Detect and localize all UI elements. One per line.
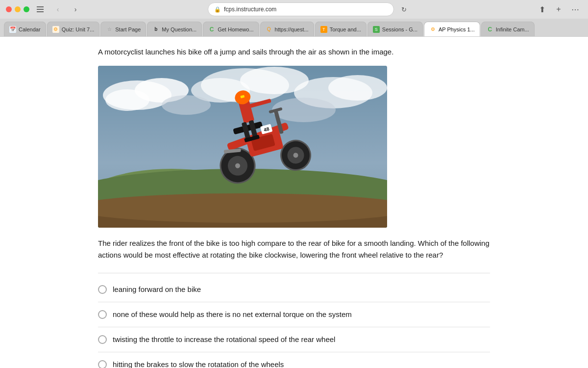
tab-gethomework[interactable]: C Get Homewo... [203, 22, 259, 36]
content-area: A motorcyclist launches his bike off a j… [0, 37, 588, 368]
tab-infinite-label: Infinite Cam... [496, 26, 529, 32]
extensions-button[interactable]: ⋯ [568, 2, 582, 16]
tab-quiz[interactable]: ⚙ Quiz: Unit 7... [47, 22, 100, 36]
svg-rect-1 [37, 9, 44, 10]
orangeq-favicon: Q [266, 26, 272, 33]
close-button[interactable] [6, 6, 12, 12]
tab-quiz-label: Quiz: Unit 7... [62, 26, 95, 32]
tab-apphysics[interactable]: ⚙ AP Physics 1... [424, 22, 480, 36]
radio-a[interactable] [98, 285, 107, 294]
tab-sessions-label: Sessions - G... [382, 26, 417, 32]
svg-rect-0 [37, 6, 44, 7]
svg-point-6 [105, 89, 149, 111]
address-text: fcps.instructure.com [224, 6, 388, 13]
tab-myquestion-label: My Question... [162, 26, 196, 32]
choice-c[interactable]: twisting the throttle to increase the ro… [98, 327, 490, 352]
star-favicon: ☆ [106, 26, 113, 33]
tab-sessions[interactable]: S Sessions - G... [368, 22, 423, 36]
forward-button[interactable]: › [69, 2, 82, 16]
tab-infinite[interactable]: C Infinite Cam... [481, 22, 535, 36]
radio-c[interactable] [98, 335, 107, 344]
new-tab-button[interactable]: + [552, 2, 565, 16]
back-button[interactable]: ‹ [51, 2, 65, 16]
share-button[interactable]: ⬆ [535, 2, 549, 16]
window-controls [6, 6, 29, 12]
radio-d[interactable] [98, 360, 107, 368]
svg-point-12 [162, 95, 211, 115]
sessions-favicon: S [373, 26, 380, 33]
tab-torque-label: Torque and... [330, 26, 361, 32]
tab-calendar[interactable]: 📅 Calendar [4, 22, 46, 36]
svg-point-19 [98, 193, 387, 223]
tabs-bar: 📅 Calendar ⚙ Quiz: Unit 7... ☆ Start Pag… [0, 19, 588, 36]
description-text: The rider realizes the front of the bike… [98, 237, 490, 261]
address-bar[interactable]: 🔒 fcps.instructure.com [208, 2, 394, 16]
choice-b[interactable]: none of these would help as there is no … [98, 302, 490, 327]
title-bar: ‹ › 🔒 fcps.instructure.com ↻ ⬆ + ⋯ [0, 0, 588, 19]
svg-rect-2 [37, 11, 44, 12]
scrollable-content: A motorcyclist launches his bike off a j… [0, 37, 588, 368]
tab-start[interactable]: ☆ Start Page [100, 22, 146, 36]
b-favicon: b [152, 26, 159, 33]
tab-apphysics-label: AP Physics 1... [439, 26, 475, 32]
tab-torque[interactable]: T Torque and... [315, 22, 367, 36]
choice-c-text: twisting the throttle to increase the ro… [113, 335, 335, 343]
radio-b[interactable] [98, 310, 107, 319]
choice-d[interactable]: hitting the brakes to slow the rotatatio… [98, 352, 490, 368]
choice-a-text: leaning forward on the bike [113, 285, 201, 293]
choice-d-text: hitting the brakes to slow the rotatatio… [113, 360, 284, 368]
browser-chrome: ‹ › 🔒 fcps.instructure.com ↻ ⬆ + ⋯ 📅 Cal… [0, 0, 588, 37]
svg-point-11 [328, 75, 387, 101]
tab-calendar-label: Calendar [19, 26, 41, 32]
tab-https-label: https://quest... [275, 26, 309, 32]
toolbar-right: ⬆ + ⋯ [535, 2, 582, 16]
tab-myquestion[interactable]: b My Question... [147, 22, 202, 36]
bike-image: 48 [98, 66, 387, 228]
apphysics-favicon: ⚙ [429, 26, 436, 33]
refresh-button[interactable]: ↻ [398, 3, 410, 15]
quiz-favicon: ⚙ [52, 26, 59, 33]
greenc-favicon: C [208, 26, 215, 33]
address-bar-wrapper: 🔒 fcps.instructure.com ↻ [86, 2, 531, 16]
choices-container: leaning forward on the bike none of thes… [98, 277, 490, 368]
tab-start-label: Start Page [115, 26, 141, 32]
lock-icon: 🔒 [214, 6, 221, 13]
infinite-favicon: C [487, 26, 493, 33]
intro-text: A motorcyclist launches his bike off a j… [98, 47, 490, 58]
maximize-button[interactable] [24, 6, 29, 12]
calendar-favicon: 📅 [9, 26, 16, 33]
tab-gethomework-label: Get Homewo... [218, 26, 253, 32]
minimize-button[interactable] [15, 6, 21, 12]
choice-b-text: none of these would help as there is no … [113, 310, 352, 318]
tab-https[interactable]: Q https://quest... [260, 22, 314, 36]
choice-a[interactable]: leaning forward on the bike [98, 277, 490, 302]
sidebar-toggle[interactable] [33, 2, 47, 16]
bike-scene-svg: 48 [98, 66, 387, 228]
choices-divider [98, 273, 490, 273]
torque-favicon: T [320, 26, 327, 33]
